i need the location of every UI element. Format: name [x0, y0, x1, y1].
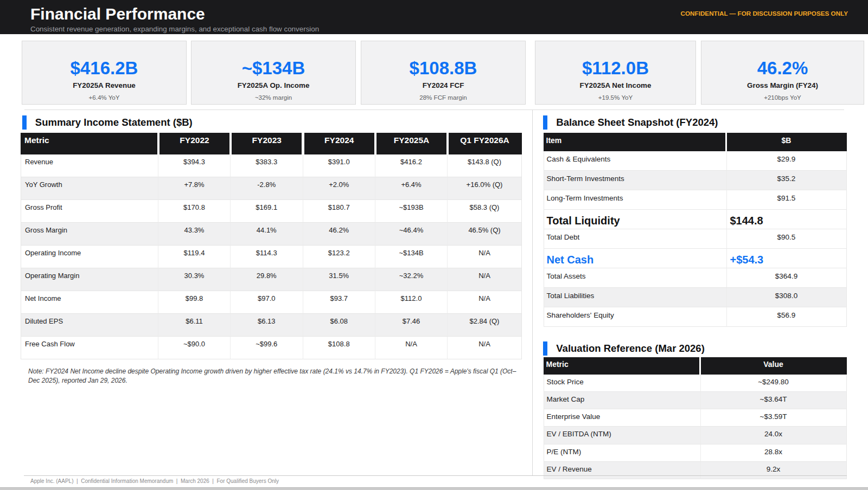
- cell-value: +7.8%: [158, 177, 231, 200]
- cell-value: ~32.2%: [375, 268, 448, 291]
- cell-value: ~46.4%: [375, 223, 448, 246]
- cell-value: $7.46: [375, 314, 448, 337]
- header-separator: [229, 133, 232, 155]
- cell-value: 46.5% (Q): [448, 223, 522, 246]
- kpi-label: Gross Margin (FY24): [701, 81, 864, 90]
- column-header: $B: [726, 133, 847, 151]
- column-header: FY2025A: [375, 133, 448, 155]
- cell-value: $35.2: [726, 171, 847, 190]
- cell-value: $169.1: [231, 200, 303, 223]
- column-header: FY2024: [303, 133, 376, 155]
- cell-value: ~$3.64T: [700, 392, 847, 409]
- row-label: Total Liabilities: [544, 288, 726, 307]
- cell-value: $29.9: [726, 151, 847, 171]
- cell-value: $2.84 (Q): [448, 314, 522, 337]
- cell-value: $93.7: [303, 291, 376, 314]
- cell-value: $119.4: [158, 246, 231, 268]
- cell-value: $56.9: [726, 307, 847, 327]
- page-subtitle: Consistent revenue generation, expanding…: [30, 25, 319, 33]
- column-header: Value: [700, 357, 847, 375]
- cell-value: 29.8%: [231, 268, 303, 291]
- cell-value: N/A: [448, 291, 522, 314]
- kpi-subtext: +210bps YoY: [701, 93, 864, 101]
- cell-value: $394.3: [158, 154, 231, 177]
- column-header: Q1 FY2026A: [448, 133, 522, 155]
- cell-value: ~$3.59T: [700, 409, 847, 427]
- kpi-subtext: 28% FCF margin: [361, 93, 525, 101]
- row-label: Shareholders' Equity: [544, 307, 726, 327]
- kpi-label: FY2025A Net Income: [535, 81, 695, 90]
- cell-value: N/A: [448, 246, 522, 268]
- cell-value: $97.0: [231, 291, 303, 314]
- row-label: Net Income: [21, 291, 158, 314]
- top-header-bar: Financial Performance Consistent revenue…: [0, 0, 868, 34]
- row-label: Total Assets: [544, 268, 726, 288]
- cell-value: $6.11: [158, 314, 231, 337]
- row-label: Revenue: [21, 154, 158, 177]
- accent-bar-icon: [543, 341, 547, 356]
- column-header: Metric: [544, 357, 700, 375]
- cell-value: $308.0: [726, 288, 847, 307]
- cell-value: 46.2%: [303, 223, 376, 246]
- header-separator: [157, 133, 160, 155]
- header-separator: [699, 357, 701, 375]
- kpi-card-fcf: $108.8B FY2024 FCF 28% FCF margin: [361, 41, 526, 105]
- cell-value: +6.4%: [375, 177, 448, 200]
- cell-value: $416.2: [375, 154, 448, 177]
- column-header: FY2023: [231, 133, 303, 155]
- accent-bar-icon: [543, 115, 547, 130]
- row-label: Diluted EPS: [21, 314, 158, 337]
- accent-bar-icon: [22, 115, 27, 130]
- row-label: Free Cash Flow: [21, 337, 158, 359]
- income-statement-table: MetricFY2022FY2023FY2024FY2025AQ1 FY2026…: [21, 133, 522, 360]
- row-label: EV / EBITDA (NTM): [544, 427, 700, 444]
- row-label: Cash & Equivalents: [544, 151, 726, 171]
- row-label: P/E (NTM): [544, 444, 700, 462]
- cell-value: $112.0: [375, 291, 448, 314]
- header-separator: [374, 133, 377, 155]
- kpi-value: $416.2B: [22, 59, 186, 78]
- kpi-label: FY2025A Revenue: [22, 81, 186, 90]
- row-label: Total Debt: [544, 229, 726, 249]
- cell-value: $108.8: [303, 337, 376, 359]
- cell-value: 24.0x: [700, 427, 847, 444]
- cell-value: ~$90.0: [158, 337, 231, 359]
- row-label: Operating Income: [21, 246, 158, 268]
- cell-value: +$54.3: [726, 249, 847, 268]
- cell-value: $6.13: [231, 314, 303, 337]
- header-separator: [302, 133, 304, 155]
- income-statement-note: Note: FY2024 Net Income decline despite …: [28, 367, 519, 385]
- kpi-section-divider-line: [24, 109, 844, 110]
- cell-value: ~$134B: [375, 246, 448, 268]
- cell-value: $391.0: [303, 154, 376, 177]
- cell-value: $143.8 (Q): [448, 154, 522, 177]
- cell-value: N/A: [375, 337, 448, 359]
- cell-value: $114.3: [231, 246, 303, 268]
- cell-value: $58.3 (Q): [448, 200, 522, 223]
- kpi-subtext: +19.5% YoY: [535, 93, 695, 101]
- cell-value: $123.2: [303, 246, 376, 268]
- column-header: Item: [544, 133, 726, 151]
- cell-value: $99.8: [158, 291, 231, 314]
- cell-value: N/A: [448, 268, 522, 291]
- cell-value: $6.08: [303, 314, 376, 337]
- cell-value: $144.8: [726, 210, 847, 229]
- section-title: Balance Sheet Snapshot (FY2024): [556, 117, 718, 128]
- confidential-notice: CONFIDENTIAL — FOR DISCUSSION PURPOSES O…: [681, 10, 848, 17]
- kpi-card-net-income: $112.0B FY2025A Net Income +19.5% YoY: [535, 41, 696, 105]
- row-label: YoY Growth: [21, 177, 158, 200]
- kpi-card-op-income: ~$134B FY2025A Op. Income ~32% margin: [191, 41, 356, 105]
- cell-value: 30.3%: [158, 268, 231, 291]
- cell-value: $180.7: [303, 200, 376, 223]
- column-divider-line: [532, 110, 533, 475]
- cell-value: $170.8: [158, 200, 231, 223]
- cell-value: +2.0%: [303, 177, 376, 200]
- cell-value: 44.1%: [231, 223, 303, 246]
- horizontal-scrollbar[interactable]: [0, 487, 868, 490]
- cell-value: $364.9: [726, 268, 847, 288]
- kpi-card-revenue: $416.2B FY2025A Revenue +6.4% YoY: [22, 41, 187, 105]
- row-label: Gross Margin: [21, 223, 158, 246]
- row-label: Gross Profit: [21, 200, 158, 223]
- section-title: Valuation Reference (Mar 2026): [556, 343, 705, 354]
- kpi-value: $112.0B: [535, 59, 695, 78]
